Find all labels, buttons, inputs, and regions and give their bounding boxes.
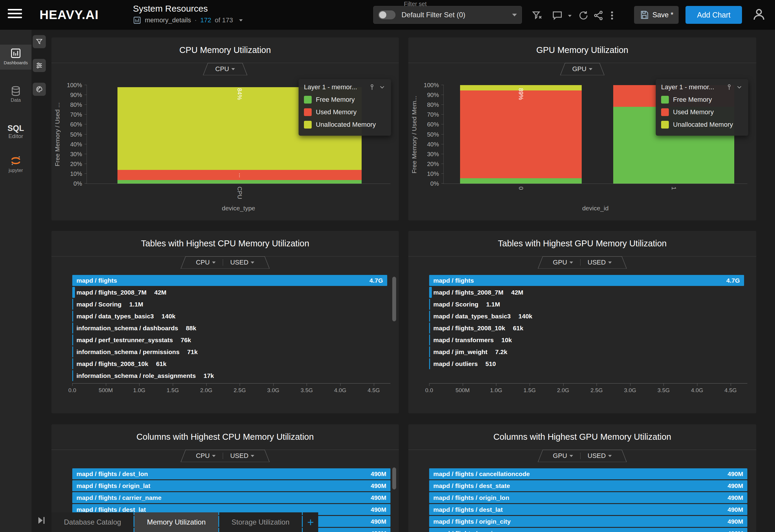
row-bar[interactable] (72, 275, 387, 286)
legend-item-unallocated-memory[interactable]: Unallocated Memory (304, 118, 386, 131)
row-text: mapd / flights / dest_lat (433, 504, 503, 515)
dimension-selector[interactable]: GPU USED (538, 450, 627, 462)
row-bar[interactable] (429, 311, 430, 322)
row-bar[interactable] (72, 358, 73, 369)
row-bar[interactable] (72, 335, 73, 346)
sidebar-item-sql-editor[interactable]: SQL Editor (0, 124, 32, 139)
row-value: 490M (727, 516, 743, 527)
chevron-down-icon (512, 14, 517, 16)
divider (223, 453, 223, 459)
legend-swatch-used (304, 108, 312, 116)
divider (223, 259, 223, 266)
hamburger-menu-icon[interactable] (8, 9, 23, 21)
legend-item-unallocated-memory[interactable]: Unallocated Memory (661, 118, 743, 131)
row-bar[interactable] (429, 287, 432, 298)
row-bar[interactable] (429, 299, 430, 310)
row-bar[interactable] (429, 346, 430, 357)
row-bar[interactable] (429, 323, 430, 334)
y-axis-tick-label: 10% (70, 170, 82, 177)
legend-panel[interactable]: Layer 1 - memor... Free Memory Used Memo… (656, 79, 748, 136)
tab-database-catalog[interactable]: Database Catalog (51, 512, 133, 532)
theme-palette-button[interactable] (33, 83, 46, 96)
filter-set-dropdown[interactable]: Default Filter Set (0) (373, 6, 522, 24)
chart-row: mapd / flights_2008_10k61k (429, 323, 747, 334)
add-tab-button[interactable]: + (303, 512, 318, 532)
dimension-selector[interactable]: CPU USED (180, 256, 270, 269)
row-text: information_schema / permissions71k (76, 346, 198, 357)
scrollbar-thumb[interactable] (392, 467, 396, 489)
breadcrumb[interactable]: memory_details · 172 of 173 (133, 16, 243, 24)
bar-segment-free (460, 178, 582, 183)
y-axis-tick (441, 164, 444, 164)
chart-row: 490Mmapd / flights / origin_lat (72, 480, 391, 491)
more-options-icon[interactable] (607, 10, 617, 21)
row-bar[interactable] (429, 358, 430, 369)
row-value: 88k (186, 323, 196, 334)
y-axis-tick-label: 100% (67, 82, 82, 89)
dashboards-icon (10, 48, 21, 59)
y-axis-tick (84, 173, 87, 174)
chart-row: mapd / perf_testrunner_sysstats76k (72, 335, 391, 346)
row-value: 42M (154, 287, 166, 298)
filter-set-label: Filter set (404, 1, 427, 7)
x-axis-tick-label: 2.0G (557, 387, 569, 394)
dimension-selector[interactable]: GPU USED (538, 256, 627, 269)
save-button[interactable]: Save * (634, 6, 679, 24)
row-label: mapd / Scoring (76, 299, 122, 310)
chevron-down-icon[interactable] (239, 19, 243, 21)
stacked-bar[interactable]: 89% (460, 85, 582, 183)
tab-memory-utilization[interactable]: Memory Utilization (134, 512, 218, 532)
pin-icon[interactable] (726, 84, 733, 91)
row-text: mapd / data_types_basic3140k (433, 311, 532, 322)
clear-filters-icon[interactable] (532, 10, 543, 21)
dimension-selector[interactable]: CPU (203, 63, 247, 75)
dimension-selector[interactable]: CPU USED (180, 450, 270, 462)
sidebar-item-dashboards[interactable]: Dashboards (0, 48, 32, 65)
chevron-down-icon (570, 261, 573, 263)
legend-item-used-memory[interactable]: Used Memory (304, 106, 386, 118)
row-bar[interactable] (72, 370, 73, 381)
scrollbar-thumb[interactable] (392, 277, 396, 321)
row-value: 4.7G (369, 275, 383, 286)
global-filters-button[interactable] (33, 59, 46, 72)
y-axis-tick-label: 0% (73, 180, 82, 187)
row-bar[interactable] (72, 311, 73, 322)
dimension-selector[interactable]: GPU (560, 63, 605, 75)
x-axis-tick (173, 384, 173, 386)
filter-panel-button[interactable] (33, 35, 46, 48)
row-text: mapd / perf_testrunner_sysstats76k (76, 335, 191, 346)
row-bar[interactable] (429, 275, 744, 286)
user-account-icon[interactable] (752, 7, 766, 21)
expand-tabs-icon[interactable] (36, 515, 46, 525)
add-chart-button[interactable]: Add Chart (686, 6, 742, 24)
x-axis-tick-label: 4.5G (367, 387, 380, 394)
row-bar[interactable] (429, 335, 430, 346)
chevron-down-icon[interactable] (378, 84, 386, 91)
x-axis-tick-label: 1.5G (524, 387, 536, 394)
refresh-icon[interactable] (578, 10, 589, 21)
legend-item-used-memory[interactable]: Used Memory (661, 106, 743, 118)
share-icon[interactable] (593, 10, 604, 21)
comments-icon[interactable] (552, 10, 563, 21)
row-bar[interactable] (72, 323, 73, 334)
row-bar[interactable] (72, 346, 73, 357)
row-bar[interactable] (72, 299, 73, 310)
legend-item-free-memory[interactable]: Free Memory (304, 93, 386, 106)
filter-icon (36, 38, 43, 45)
y-axis-label: Free Memory / Used Mem... (411, 85, 418, 184)
legend-item-free-memory[interactable]: Free Memory (661, 93, 743, 106)
left-sidebar: Dashboards Data SQL Editor jupyter (0, 30, 32, 532)
chevron-down-icon (251, 455, 254, 457)
tab-storage-utilization[interactable]: Storage Utilization (219, 512, 302, 532)
sidebar-item-jupyter[interactable]: jupyter (0, 155, 32, 173)
filter-set-toggle[interactable] (378, 10, 396, 19)
row-label: mapd / flights / cancellationcode (433, 468, 530, 479)
sidebar-item-data[interactable]: Data (0, 86, 32, 103)
row-label: mapd / perf_testrunner_sysstats (76, 335, 173, 346)
chevron-down-icon[interactable] (736, 84, 743, 91)
chevron-down-icon[interactable] (568, 15, 572, 17)
row-bar[interactable] (72, 287, 75, 298)
row-value: 42M (511, 287, 524, 298)
pin-icon[interactable] (368, 84, 375, 91)
legend-panel[interactable]: Layer 1 - memor... Free Memory Used Memo… (298, 79, 391, 136)
